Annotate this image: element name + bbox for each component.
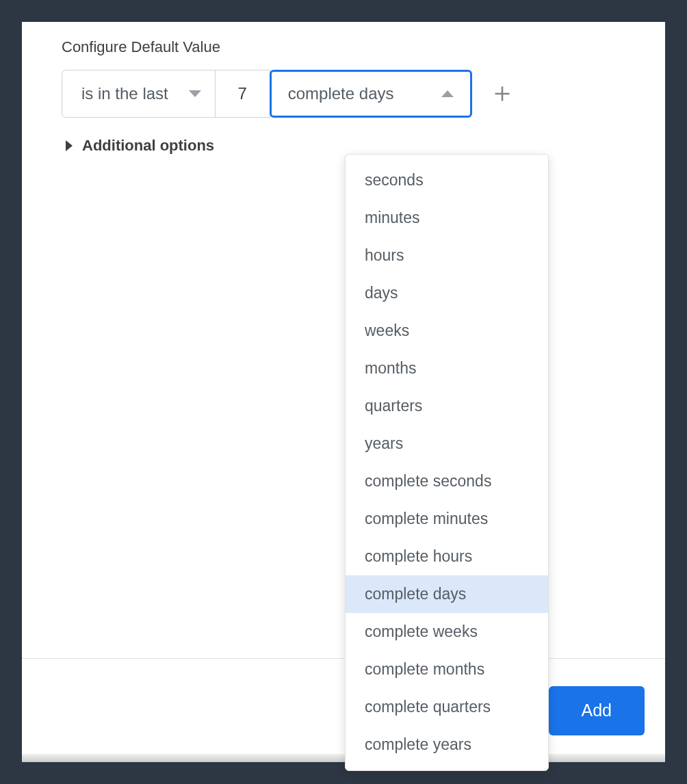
footer-shadow <box>22 754 665 762</box>
unit-option[interactable]: complete quarters <box>346 688 548 726</box>
section-title: Configure Default Value <box>62 38 625 56</box>
filter-row: is in the last complete days <box>62 70 625 118</box>
unit-option[interactable]: years <box>346 425 548 462</box>
unit-option[interactable]: minutes <box>346 199 548 237</box>
chevron-up-icon <box>441 90 454 97</box>
unit-option[interactable]: complete seconds <box>346 462 548 500</box>
unit-dropdown-menu: secondsminuteshoursdaysweeksmonthsquarte… <box>345 154 549 771</box>
additional-options-toggle[interactable]: Additional options <box>62 137 625 155</box>
add-filter-button[interactable] <box>493 84 512 103</box>
plus-icon <box>493 84 512 103</box>
content-area: Configure Default Value is in the last c… <box>22 22 665 658</box>
footer: Add <box>22 658 665 762</box>
configure-panel: Configure Default Value is in the last c… <box>22 22 665 762</box>
unit-option[interactable]: complete minutes <box>346 500 548 538</box>
unit-option[interactable]: seconds <box>346 161 548 199</box>
operator-dropdown[interactable]: is in the last <box>62 70 216 118</box>
unit-dropdown[interactable]: complete days <box>270 70 472 118</box>
unit-label: complete days <box>288 84 394 103</box>
unit-option[interactable]: complete hours <box>346 538 548 575</box>
unit-option[interactable]: weeks <box>346 312 548 350</box>
value-input[interactable] <box>216 70 270 118</box>
unit-option[interactable]: complete days <box>346 575 548 613</box>
triangle-right-icon <box>66 140 73 151</box>
unit-option[interactable]: days <box>346 274 548 312</box>
unit-option[interactable]: complete years <box>346 726 548 763</box>
unit-option[interactable]: complete months <box>346 651 548 688</box>
operator-label: is in the last <box>81 84 168 103</box>
unit-option[interactable]: complete weeks <box>346 613 548 651</box>
unit-option[interactable]: months <box>346 350 548 387</box>
unit-option[interactable]: hours <box>346 237 548 274</box>
add-button[interactable]: Add <box>549 686 645 735</box>
additional-options-label: Additional options <box>82 137 214 155</box>
chevron-down-icon <box>189 90 201 97</box>
unit-option[interactable]: quarters <box>346 387 548 425</box>
